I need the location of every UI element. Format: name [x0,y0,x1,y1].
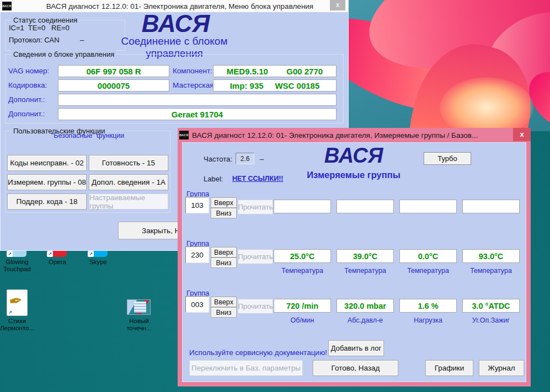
frequency-dash: – [260,155,264,163]
group-up-button[interactable]: Вверх [211,197,237,208]
function-button[interactable]: Готовность - 15 [89,155,168,171]
close-icon[interactable]: x [513,128,531,141]
desktop-icon-label[interactable]: Skype [72,259,125,266]
measured-value-field: 3.0 °ATDC [462,299,520,313]
shortcut-arrow-icon: ↗ [88,251,94,257]
measuring-window-title: ВАСЯ диагност 12.12.0: 01- Электроника д… [192,131,531,139]
journal-button[interactable]: Журнал [479,360,524,376]
vasya-app-icon: ВАСЯ [2,2,12,10]
status-counters: IC=1 TE=0 RE=0 [9,24,70,32]
vag-number-value: 06F 997 058 R [58,65,169,77]
label-caption: Label: [204,175,223,183]
read-button: Прочитать [238,249,273,264]
function-button: Настраиваемые группы [89,194,168,210]
controller-info-title: Сведения о блоке управления [11,50,116,58]
fountain-pen-icon: ✒ [7,290,24,312]
component-value: MED9.5.10 G00 2770 [213,65,337,77]
group-number-input[interactable]: 003 [185,296,209,313]
measured-value-field: 39.0°C [337,249,394,263]
measured-value-field [399,200,457,213]
brand-logo: ВАСЯ [309,144,398,168]
status-dash: – [80,36,84,44]
no-link-link[interactable]: НЕТ ССЫЛКИ!! [232,175,283,182]
measured-value-label: Температура [462,267,520,275]
status-protocol: Протокол: CAN [9,36,60,44]
function-button[interactable]: Измеряем. группы - 08 [7,174,87,190]
brand-logo: ВАСЯ [122,10,229,37]
measuring-group-row: Группа 003 Вверх Вниз Прочитать 720 /min… [183,289,527,339]
measured-value-field: 0.0°C [399,249,457,263]
add-to-log-button[interactable]: Добавить в лог [328,340,384,356]
close-icon[interactable]: x [330,0,345,10]
status-title: Статус соединения [11,16,79,24]
coding-value: 0000075 [58,79,169,92]
group-number-input[interactable]: 230 [185,246,209,263]
coding-label: Кодировка: [8,81,47,89]
measured-value-field: 320.0 mbar [337,299,394,313]
function-button[interactable]: Поддер. кода - 18 [7,194,87,210]
main-window-title: ВАСЯ диагност 12.12.0: 01- Электроника д… [12,2,348,10]
extra1-value [58,94,337,106]
done-back-button[interactable]: Готово, Назад [313,360,398,376]
measured-value-field [337,200,394,213]
measured-value-label: Температура [337,267,394,275]
desktop-icon-label[interactable]: СтихиЛермонто... [0,318,44,332]
measuring-window-titlebar[interactable]: ВАСЯ ВАСЯ диагност 12.12.0: 01- Электрон… [178,128,531,142]
measured-value-field [462,200,520,213]
measuring-group-row: Группа 230 Вверх Вниз Прочитать 25.0°CТе… [183,239,527,289]
measured-value-label: Температура [274,267,331,275]
workshop-value: Imp: 935 WSC 00185 [213,79,337,92]
component-label: Компонент: [173,67,212,75]
measuring-window: ВАСЯ ВАСЯ диагност 12.12.0: 01- Электрон… [178,128,531,386]
group-down-button[interactable]: Вниз [211,208,237,218]
shortcut-arrow-icon: ↗ [7,251,13,257]
frequency-value: 2.6 [236,153,254,164]
measured-value-label: Об/мин [274,316,331,324]
function-button[interactable]: Допол. сведения - 1А [89,174,168,190]
measured-value-label: Уг.Оп.Зажиг [462,316,520,324]
safe-functions-subtitle: "Безопасные" функции [1,132,175,139]
switch-basic-settings-button: Переключить в Баз. параметры [189,360,303,376]
group-down-button[interactable]: Вниз [211,307,237,318]
frequency-label: Частота: [204,155,232,163]
measured-value-label: Абс.давл-е [337,316,394,324]
read-button: Прочитать [238,200,273,214]
shortcut-arrow-icon: ↗ [7,309,13,315]
graphs-button[interactable]: Графики [425,360,473,376]
measuring-group-row: Группа 103 Вверх Вниз Прочитать [183,190,527,239]
extra2-value: Geraet 91704 [58,108,337,120]
extra2-label: Дополнит.: [8,110,45,118]
vasya-app-icon: ВАСЯ [179,131,189,139]
vag-number-label: VAG номер: [8,67,49,75]
desktop-icon-label[interactable]: Новыйточечн... [113,318,165,332]
measured-value-field [274,200,331,213]
bitmap-thumbnail-icon [134,302,146,313]
new-bitmap-icon[interactable] [127,299,151,315]
measured-value-field: 720 /min [274,299,331,313]
group-number-input[interactable]: 103 [185,197,209,213]
connection-subtitle-line1: Соединение с блоком [92,35,257,47]
extra1-label: Дополнит.: [8,95,45,104]
group-up-button[interactable]: Вверх [211,297,237,307]
flower-wallpaper [349,0,550,131]
measured-value-label: Температура [399,267,457,275]
measuring-window-body: Частота: 2.6 – ВАСЯ Турбо Label: НЕТ ССЫ… [182,142,526,382]
function-button[interactable]: Коды неисправн. - 02 [7,155,87,171]
turbo-button[interactable]: Турбо [424,152,471,165]
measured-value-field: 1.6 % [399,299,457,313]
measuring-groups-subtitle: Измеряемые группы [298,170,409,180]
group-up-button[interactable]: Вверх [211,247,237,257]
shortcut-arrow-icon: ↗ [47,251,53,257]
measured-value-label: Нагрузка [399,316,457,324]
measured-value-field: 25.0°C [274,249,331,263]
measured-value-field: 93.0°C [462,249,520,263]
read-button: Прочитать [238,299,273,314]
group-down-button[interactable]: Вниз [211,257,237,268]
workshop-label: Мастерская: [173,81,216,89]
service-doc-hint: Используйте сервисную документацию! [189,348,327,357]
